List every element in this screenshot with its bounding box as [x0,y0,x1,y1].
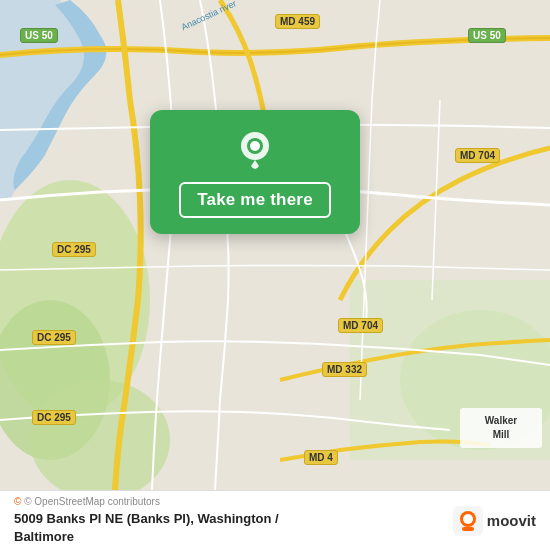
svg-text:Mill: Mill [493,429,510,440]
road-label-us50-left: US 50 [20,28,58,43]
svg-point-15 [463,514,473,524]
road-label-md332: MD 332 [322,362,367,377]
road-label-md459: MD 459 [275,14,320,29]
road-label-dc295-1: DC 295 [52,242,96,257]
address-display: 5009 Banks Pl NE (Banks Pl), Washington … [14,509,445,545]
moovit-logo-icon [453,506,483,536]
location-card: Take me there [150,110,360,234]
address-line2: Baltimore [14,529,74,544]
moovit-brand-text: moovit [487,512,536,529]
svg-point-12 [250,141,260,151]
copyright-notice: © © OpenStreetMap contributors [14,496,445,507]
svg-rect-6 [460,408,542,448]
road-label-md4: MD 4 [304,450,338,465]
map-container: Walker Mill Anacostia river US 50 US 50 … [0,0,550,490]
road-label-dc295-3: DC 295 [32,410,76,425]
openstreetmap-text: © OpenStreetMap contributors [24,496,160,507]
road-label-dc295-2: DC 295 [32,330,76,345]
road-label-md704-1: MD 704 [455,148,500,163]
bottom-bar: © © OpenStreetMap contributors 5009 Bank… [0,490,550,550]
road-label-md704-2: MD 704 [338,318,383,333]
pin-icon [233,128,277,172]
svg-text:Walker: Walker [485,415,518,426]
copyright-icon: © [14,496,21,507]
take-me-there-button[interactable]: Take me there [179,182,331,218]
address-line1: 5009 Banks Pl NE (Banks Pl), Washington … [14,511,279,526]
road-label-us50-right: US 50 [468,28,506,43]
moovit-logo: moovit [453,506,536,536]
svg-rect-16 [462,527,474,531]
